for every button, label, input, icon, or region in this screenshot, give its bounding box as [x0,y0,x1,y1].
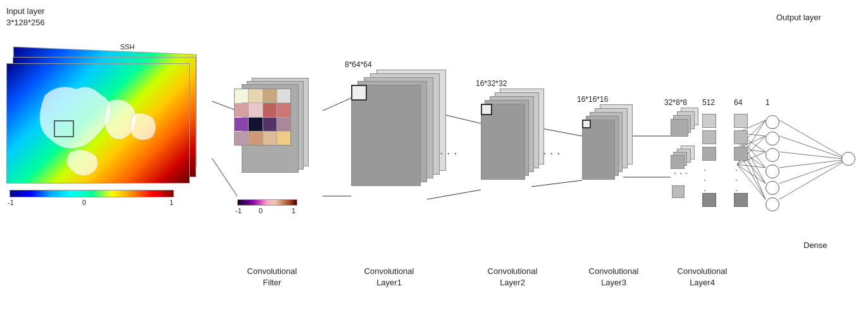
filter-colorbar [237,199,297,206]
conv-layer2-label: ConvolutionalLayer2 [478,266,547,289]
conv-layer3-label: ConvolutionalLayer3 [579,266,648,289]
neuron-2 [766,132,779,146]
conv-layer4-size3: 64 [734,98,742,107]
conv-layer4-label: ConvolutionalLayer4 [664,266,740,289]
conv-layer3-size: 16*16*16 [577,95,608,104]
svg-line-26 [737,164,766,183]
conv-filter-section [234,76,310,193]
filter-colorbar-min: -1 [235,207,242,214]
conv-layer2-size: 16*32*32 [476,79,507,88]
svg-line-1 [212,158,237,196]
map-layer-1 [6,63,190,183]
input-layer-size: 3*128*256 [6,18,45,27]
diagram: Input layer 3*128*256 SSH -1 0 1 [0,0,868,329]
svg-line-33 [779,159,848,199]
output-layer-title: Output layer [776,13,821,22]
svg-line-32 [779,159,848,183]
ssh-label: SSH [120,43,135,51]
svg-line-31 [779,159,848,168]
colorbar-min: -1 [8,199,14,206]
neuron-4 [766,164,779,178]
svg-line-28 [779,120,848,159]
filter-colorbar-zero: 0 [259,207,263,214]
conv-filter-grid [234,89,291,146]
input-layer-title: Input layer [6,6,45,16]
conv-filter-label: ConvolutionalFilter [234,266,310,289]
neuron-5 [766,181,779,195]
conv-layer4-size: 32*8*8 [664,98,687,107]
svg-line-0 [212,101,237,111]
conv-layer1-size: 8*64*64 [345,60,372,69]
input-colorbar [9,190,174,197]
dots-2: · · · [543,146,561,160]
svg-line-30 [779,152,848,159]
conv-layer4-size4: 1 [766,98,770,107]
filter-colorbar-max: 1 [292,207,295,214]
neuron-3 [766,148,779,162]
svg-line-29 [779,136,848,159]
svg-line-5 [427,190,481,199]
colorbar-max: 1 [170,199,173,206]
dense-label: Dense [803,240,828,250]
output-neuron [841,152,855,166]
neuron-1 [766,115,779,129]
neuron-6 [766,197,779,211]
dots-1: · · · [440,146,457,160]
conv-layer4-square-bottom [672,185,685,198]
svg-line-2 [323,98,351,111]
dots-3: · · · [674,168,688,179]
fc512-dots: ··· [704,164,706,195]
fc64-dots: ··· [735,164,738,195]
svg-line-25 [737,164,766,168]
svg-line-7 [531,180,582,187]
conv-layer4-size2: 512 [702,98,715,107]
colorbar-zero: 0 [82,199,86,206]
conv-layer1-label: ConvolutionalLayer1 [351,266,427,289]
